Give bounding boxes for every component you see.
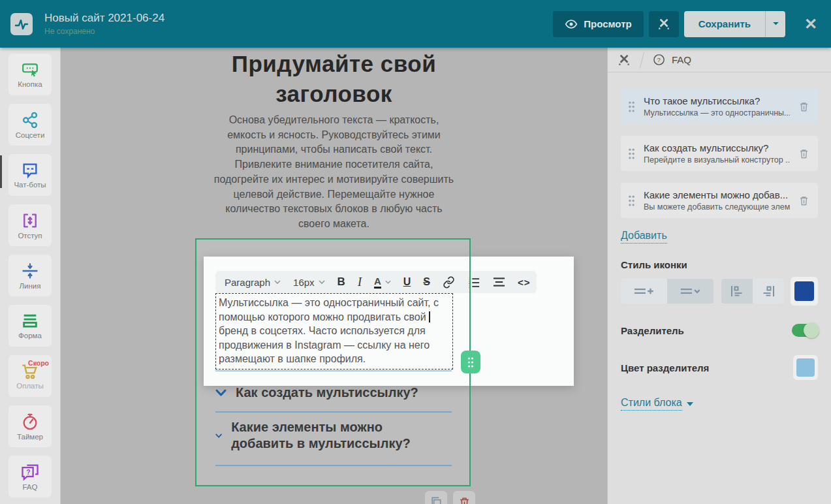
faq-item-subtitle: Перейдите в визуальный конструтор ... [644,155,790,165]
caret-down-icon [687,402,693,406]
chevron-down-icon [772,22,779,26]
sidebar-item-line[interactable]: Линия [8,255,52,296]
faq-item-title: Что такое мультиссылка? [644,95,790,106]
faq-item-card[interactable]: Какие элементы можно добав... Вы можете … [621,183,818,218]
button-icon [20,61,40,78]
duplicate-block-button[interactable] [425,491,447,504]
chatbot-icon [21,162,39,179]
code-view-button[interactable]: <> [518,277,531,288]
icon-left-button[interactable] [721,279,753,304]
design-tools-button[interactable] [649,11,679,37]
icon-type-plus-button[interactable] [621,279,667,304]
share-icon [21,111,39,129]
icon-right-button[interactable] [753,279,784,304]
faq-question-title: Как создать мультиссылку? [236,385,418,401]
strikethrough-button[interactable]: S [423,276,430,288]
svg-text:?: ? [26,469,30,476]
sidebar-item-timer[interactable]: Таймер [8,405,52,447]
sidebar-item-chatbots[interactable]: Чат-боты [8,154,52,196]
delete-block-button[interactable] [453,491,475,504]
save-button[interactable]: Сохранить [684,11,765,37]
divider-label: Разделитель [621,325,684,336]
ordered-list-icon: 1 2 3 [467,276,480,288]
faq-answer-textarea[interactable]: Мультиссылка — это одностраничный сайт, … [215,293,453,370]
sidebar-item-label: Отступ [18,232,42,240]
panel-header: ? FAQ [608,48,831,72]
sidebar-item-spacing[interactable]: Отступ [8,204,52,246]
topbar: Новый сайт 2021-06-24 Не сохранено Просм… [0,0,831,48]
trash-icon[interactable] [798,101,810,113]
topbar-actions: Просмотр Сохранить ✕ [553,11,821,37]
sidebar-item-faq[interactable]: ? FAQ [8,456,52,497]
editor-canvas: Придумайте свой заголовок Основа убедите… [61,48,607,504]
faq-item-card[interactable]: Как создать мультиссылку? Перейдите в ви… [621,136,818,171]
save-status: Не сохранено [44,27,165,36]
italic-button[interactable]: I [358,276,362,289]
sidebar-item-label: Форма [18,332,42,339]
copy-icon [430,496,443,504]
page-heading[interactable]: Придумайте свой заголовок [61,49,607,108]
trash-icon[interactable] [798,148,810,160]
add-question-link[interactable]: Добавить [621,230,667,244]
divider-color-label: Цвет разделителя [621,362,709,373]
align-button[interactable] [493,277,505,287]
settings-panel: ? FAQ Что такое мультиссылка? Мультиссыл… [607,48,831,504]
page-intro-text[interactable]: Основа убедительного текста — краткость,… [210,113,459,232]
icon-type-chevron-button[interactable] [667,279,713,304]
font-size-dropdown[interactable]: 16px [293,277,325,288]
text-color-dropdown[interactable]: A [374,276,391,289]
block-styles-link[interactable]: Стили блока [621,397,682,411]
breadcrumb-separator [640,52,644,68]
sidebar-item-button[interactable]: Кнопка [8,54,52,95]
chevron-down-icon [319,280,325,284]
icon-color-picker[interactable] [791,277,818,306]
chevron-down-icon [385,280,391,284]
faq-question-row[interactable]: Какие элементы можно добавить в мультисс… [215,419,431,452]
paragraph-style-dropdown[interactable]: Paragraph [225,277,281,288]
panel-body: Что такое мультиссылка? Мультиссылка — э… [608,72,831,411]
sidebar-item-social[interactable]: Соцсети [8,104,52,146]
faq-item-texts: Что такое мультиссылка? Мультиссылка — э… [644,95,790,118]
text-before-caret: Мультиссылка — это одностраничный сайт, … [219,297,439,323]
sidebar-item-form[interactable]: Форма [8,305,52,347]
drag-dots-icon[interactable] [627,195,636,207]
crossed-pencils-icon[interactable] [617,53,631,67]
icon-right-align-icon [762,285,775,297]
app-logo[interactable] [10,13,33,35]
sidebar-item-label: FAQ [22,483,37,491]
text-caret [429,311,430,323]
icon-style-controls [621,277,818,306]
trash-icon[interactable] [798,195,810,207]
save-dropdown-button[interactable] [766,11,785,37]
sidebar-item-label: Чат-боты [14,181,46,189]
chevron-down-icon [274,280,281,284]
save-split-button[interactable]: Сохранить [684,11,785,37]
sidebar-item-label: Оплаты [16,382,44,390]
faq-question-row[interactable]: Как создать мультиссылку? [215,385,470,401]
faq-item-card[interactable]: Что такое мультиссылка? Мультиссылка — э… [621,89,818,124]
drag-dots-icon[interactable] [627,148,636,160]
lines-plus-icon [633,286,655,296]
block-drag-handle[interactable] [461,351,480,373]
faq-item-texts: Какие элементы можно добав... Вы можете … [644,189,790,212]
lines-chevron-icon [680,286,702,296]
icon-color-swatch [794,281,814,301]
preview-button[interactable]: Просмотр [553,11,643,37]
link-button[interactable] [443,276,455,289]
divider-toggle[interactable] [792,324,818,337]
spacing-icon [21,212,39,230]
faq-row-divider [215,465,452,466]
sidebar-item-label: Таймер [17,433,43,441]
ordered-list-button[interactable]: 1 2 3 [467,276,480,288]
divider-color-picker[interactable] [793,355,818,380]
underline-button[interactable]: U [403,276,411,288]
faq-bubbles-icon: ? [20,463,40,481]
block-styles-row: Стили блока [621,397,818,411]
faq-row-divider [215,411,452,413]
icon-position-segmented [721,279,784,304]
close-button[interactable]: ✕ [801,14,821,34]
collapsed-panel-notch[interactable] [0,155,2,188]
bold-button[interactable]: B [337,276,345,289]
text-color-button[interactable]: A [374,276,381,289]
drag-dots-icon[interactable] [627,101,636,113]
